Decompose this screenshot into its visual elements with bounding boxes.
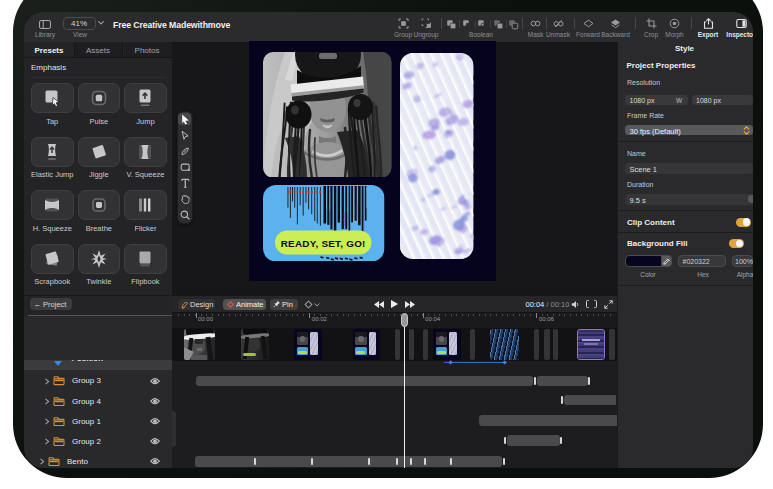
svg-text:READY, SET, GO!: READY, SET, GO! [281, 237, 366, 248]
